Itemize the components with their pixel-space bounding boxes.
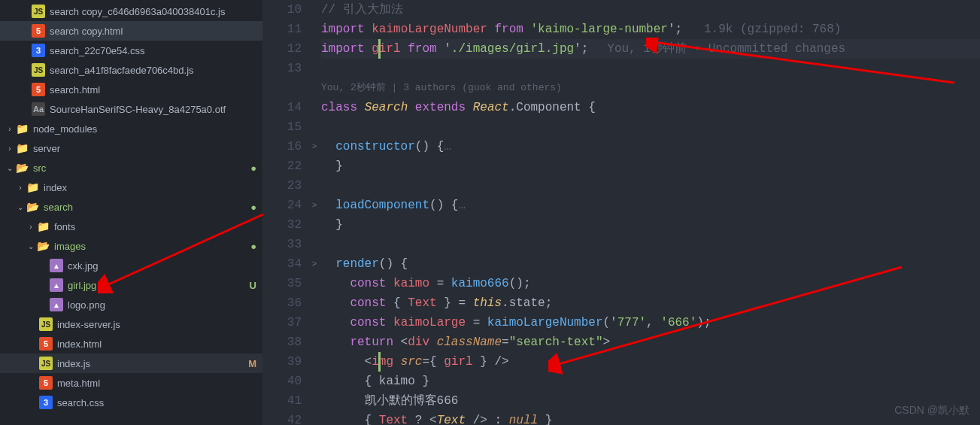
file-tree-item[interactable]: 3search.css [0, 393, 262, 412]
line-number: 34 [262, 254, 302, 274]
file-tree-item[interactable]: 5search.html [0, 80, 262, 99]
file-label: search [44, 202, 247, 213]
line-number: 13 [262, 59, 302, 78]
string: "search-text" [509, 335, 603, 349]
fold-toggle[interactable] [308, 39, 321, 59]
fold-placeholder[interactable]: … [458, 199, 466, 212]
watermark: CSDN @凯小默 [894, 404, 969, 417]
fold-toggle[interactable] [308, 293, 321, 313]
fold-toggle[interactable]: > [308, 137, 321, 156]
file-tree-item[interactable]: JSindex-server.js [0, 314, 262, 334]
fold-toggle[interactable] [308, 274, 321, 293]
tag-open: < [429, 414, 437, 425]
punctuation: .Component { [509, 101, 596, 114]
line-number: 24 [262, 196, 302, 215]
fold-toggle[interactable] [308, 78, 321, 98]
file-tree-item[interactable]: ›📁node_modules [0, 119, 262, 138]
file-label: logo.png [68, 299, 256, 311]
file-tree-item[interactable]: ⌄📂images● [0, 236, 262, 256]
function-call: kaimo666 [451, 277, 509, 290]
fold-toggle[interactable] [308, 59, 321, 78]
fold-toggle[interactable] [308, 411, 321, 425]
comment: // 引入大加法 [321, 3, 403, 17]
line-number: 42 [262, 411, 302, 425]
codelens-authors[interactable]: You, 2秒钟前 | 3 authors (guok and others) [321, 78, 980, 98]
file-tree-item[interactable]: ▲girl.jpgU [0, 275, 262, 295]
chevron-icon[interactable]: ⌄ [15, 203, 26, 211]
chevron-icon[interactable]: › [5, 125, 15, 133]
chevron-icon[interactable]: ⌄ [5, 164, 15, 172]
file-tree-item[interactable]: 5search copy.html [0, 21, 262, 41]
file-tree-item[interactable]: JSsearch_a41f8facfaede706c4bd.js [0, 60, 262, 80]
file-label: meta.html [57, 378, 256, 389]
brace: { [386, 296, 408, 310]
fold-toggle[interactable]: > [308, 254, 321, 274]
keyword-this: this [473, 296, 502, 310]
line-number: 16 [262, 137, 302, 156]
file-tree-item[interactable]: ⌄📂search● [0, 197, 262, 217]
operator: ? [408, 414, 429, 425]
fold-toggle[interactable] [308, 372, 321, 391]
fold-toggle[interactable] [308, 352, 321, 372]
jsx-expression: { kaimo } [365, 375, 429, 388]
tag-close: /> [487, 355, 509, 369]
file-tree-item[interactable]: ›📁fonts [0, 217, 262, 236]
file-label: girl.jpg [68, 280, 247, 291]
line-number: 37 [262, 313, 302, 332]
method-constructor: constructor [335, 140, 415, 153]
fold-toggle[interactable] [308, 332, 321, 352]
code-editor[interactable]: 1011121314151622232432333435363738394041… [262, 0, 980, 425]
fold-toggle[interactable] [308, 215, 321, 235]
file-tree-item[interactable]: ▲logo.png [0, 295, 262, 314]
chevron-icon[interactable]: › [15, 184, 26, 192]
fold-toggle[interactable] [308, 235, 321, 254]
fold-toggle[interactable] [308, 156, 321, 176]
fold-toggle[interactable]: > [308, 196, 321, 215]
identifier: kaimoLarge [393, 316, 466, 329]
fold-placeholder[interactable]: … [444, 140, 451, 153]
keyword-const: const [350, 296, 386, 310]
keyword-import: import [321, 42, 365, 56]
property: .state; [502, 296, 552, 310]
chevron-icon[interactable]: ⌄ [26, 242, 36, 250]
code-area[interactable]: // 引入大加法 import kaimoLargeNumber from 'k… [321, 0, 980, 425]
file-tree-item[interactable]: JSsearch copy_c646d6963a040038401c.js [0, 2, 262, 21]
operator: : [487, 414, 509, 425]
file-tree-item[interactable]: 5meta.html [0, 373, 262, 393]
file-tree-item[interactable]: ⌄📂src● [0, 158, 262, 178]
fold-toggle[interactable] [308, 117, 321, 137]
fold-toggle[interactable] [308, 391, 321, 411]
fold-column[interactable]: >>> [308, 0, 321, 425]
line-number: 12 [262, 39, 302, 59]
jsx-attr: className [437, 335, 502, 349]
git-dot: ● [250, 241, 256, 252]
fold-toggle[interactable] [308, 313, 321, 332]
keyword-class: class [321, 101, 357, 114]
identifier: Text [408, 296, 436, 310]
punctuation: () { [379, 257, 408, 271]
brace: } [538, 414, 552, 425]
chevron-icon[interactable]: › [26, 223, 36, 231]
line-number: 14 [262, 98, 302, 117]
keyword-from: from [494, 23, 523, 36]
identifier: girl [372, 42, 400, 56]
file-tree-item[interactable]: ›📁server [0, 138, 262, 158]
file-tree-item[interactable]: 3search_22c70e54.css [0, 41, 262, 60]
file-tree-item[interactable]: ›📁index [0, 178, 262, 197]
identifier: kaimo [393, 277, 429, 290]
file-explorer[interactable]: JSsearch copy_c646d6963a040038401c.js5se… [0, 0, 262, 425]
file-tree-item[interactable]: ▲cxk.jpg [0, 256, 262, 275]
fold-toggle[interactable] [308, 98, 321, 117]
fold-toggle[interactable] [308, 20, 321, 39]
file-tree-item[interactable]: AaSourceHanSerifSC-Heavy_8a4275a0.otf [0, 99, 262, 119]
file-tree-item[interactable]: JSindex.jsM [0, 354, 262, 373]
fold-toggle[interactable] [308, 176, 321, 196]
chevron-icon[interactable]: › [5, 144, 15, 153]
file-tree-item[interactable]: 5index.html [0, 334, 262, 354]
file-label: server [33, 143, 256, 154]
file-label: index.js [57, 358, 245, 369]
punctuation: () { [429, 199, 458, 212]
line-number: 15 [262, 117, 302, 137]
fold-toggle[interactable] [308, 0, 321, 20]
tag-open: < [365, 355, 372, 369]
